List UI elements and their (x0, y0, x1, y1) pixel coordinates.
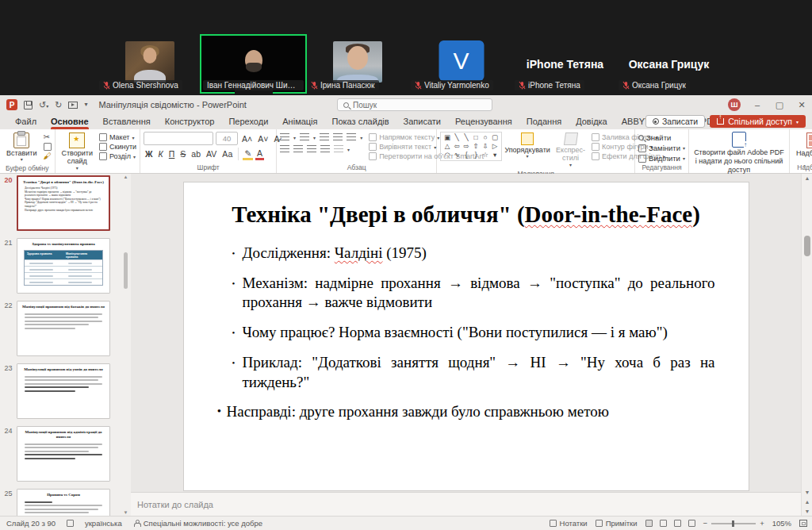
editor-scrollbar[interactable]: ▲ ▼ ▲ ▼ (801, 174, 812, 516)
shape-line-icon[interactable]: ╲ (452, 133, 462, 142)
scroll-up-icon[interactable]: ▲ (122, 175, 129, 179)
font-color-icon[interactable]: A (255, 148, 264, 160)
slide-thumbnail-24[interactable]: Маніпуляції провиною від адміністрації д… (17, 426, 110, 482)
shapes-more-icon[interactable]: ▾ (490, 151, 500, 159)
tab-view[interactable]: Подання (519, 115, 569, 129)
format-painter-icon[interactable]: 🖌 (44, 152, 52, 160)
record-button[interactable]: Записати (645, 115, 705, 128)
align-center-icon[interactable] (293, 145, 303, 153)
align-left-icon[interactable] (280, 145, 289, 153)
shape-brace-icon[interactable]: { (462, 151, 471, 159)
arrange-button[interactable]: Упорядкувати ▾ (505, 132, 550, 160)
shape-curve-icon[interactable]: ◠ (442, 151, 452, 159)
zoom-level[interactable]: 105% (772, 519, 791, 528)
slideshow-view-icon[interactable] (688, 520, 695, 527)
participant-tile-vitaliy[interactable]: V Vitaliy Yarmolenko (409, 36, 513, 92)
next-slide-icon[interactable]: ▼ (802, 509, 812, 514)
copy-icon[interactable] (44, 143, 52, 151)
reset-button[interactable]: Скинути (99, 143, 136, 151)
shape-star-icon[interactable]: ☆ (481, 151, 490, 159)
display-settings-icon[interactable] (67, 520, 74, 527)
tab-slideshow[interactable]: Показ слайдів (325, 115, 396, 129)
slide-thumbnail-25[interactable]: Провина vs Сором (17, 489, 110, 516)
undo-icon[interactable]: ↺▾ (39, 101, 48, 109)
participant-tile-ivan-active-speaker[interactable]: Іван Геннадійович Шишк... (201, 36, 305, 92)
scrollbar-thumb[interactable] (804, 236, 810, 256)
create-adobe-pdf-button[interactable]: Створити файл Adobe PDF і надати до ньог… (692, 132, 786, 174)
shape-oval-icon[interactable]: ○ (481, 133, 490, 142)
new-slide-button[interactable]: Створити слайд ▾ (59, 132, 97, 172)
scroll-down-icon[interactable]: ▼ (122, 510, 129, 515)
text-shadow-icon[interactable]: ab (190, 149, 202, 159)
thumbnail-scrollbar[interactable]: ▲ ▼ (122, 174, 129, 516)
fit-slide-to-window-icon[interactable] (799, 520, 807, 527)
save-icon[interactable] (24, 101, 33, 109)
shape-rarrow-icon[interactable]: ⇨ (462, 142, 471, 151)
font-size-combobox[interactable]: 40 (216, 132, 238, 145)
accessibility-status[interactable]: Спеціальні можливості: усе добре (133, 519, 262, 528)
paste-button[interactable]: Вставити ▾ (3, 132, 40, 163)
powerpoint-logo-icon[interactable]: P (6, 99, 17, 110)
account-avatar[interactable]: Ш (728, 98, 741, 111)
close-button[interactable]: ✕ (796, 100, 807, 110)
comments-toggle[interactable]: Примітки (596, 519, 638, 528)
participant-tile-oksana[interactable]: Оксана Грицук Оксана Грицук (617, 36, 721, 92)
select-button[interactable]: Виділити▾ (638, 154, 685, 163)
replace-button[interactable]: Замінити▾ (638, 144, 685, 152)
tab-home[interactable]: Основне (44, 115, 96, 129)
bullets-icon[interactable] (280, 133, 289, 141)
shape-arrow-icon[interactable]: ╲ (462, 133, 471, 142)
reading-view-icon[interactable] (674, 520, 681, 527)
shape-downarrow-icon[interactable]: ⇩ (481, 142, 490, 151)
collapse-ribbon-icon[interactable]: ⌃ (802, 164, 807, 171)
participant-tile-iryna[interactable]: Ірина Панасюк (305, 36, 409, 92)
participant-tile-iphone-tetyana[interactable]: iPhone Тетяна iPhone Тетяна (513, 36, 617, 92)
decrease-font-icon[interactable]: A˅ (256, 134, 270, 144)
customize-qat-icon[interactable]: ▾ (84, 102, 87, 108)
character-spacing-icon[interactable]: AV (205, 149, 218, 159)
share-button[interactable]: Спільний доступ ▾ (710, 115, 806, 128)
strikethrough-button[interactable]: S (178, 149, 187, 159)
tab-record[interactable]: Записати (396, 115, 448, 129)
section-button[interactable]: Розділ▾ (99, 152, 136, 160)
shape-uparrow-icon[interactable]: ⇧ (471, 142, 481, 151)
start-slideshow-icon[interactable] (68, 102, 78, 109)
shape-rect-icon[interactable]: □ (471, 133, 481, 142)
quick-styles-button[interactable]: Експрес-стилі ▾ (553, 132, 588, 169)
slide-title[interactable]: Техніка "Двері в обличчя" (Door-in-the-F… (213, 200, 720, 229)
shape-triangle-icon[interactable]: △ (442, 142, 452, 151)
tab-insert[interactable]: Вставлення (96, 115, 158, 129)
shape-textbox-icon[interactable]: ▣ (442, 133, 452, 142)
redo-icon[interactable]: ↻ (55, 101, 62, 109)
language-indicator[interactable]: українська (85, 519, 122, 528)
justify-icon[interactable] (320, 145, 330, 153)
tab-help[interactable]: Довідка (569, 115, 615, 129)
scroll-down-icon[interactable]: ▼ (802, 490, 812, 495)
minimize-button[interactable]: – (752, 100, 763, 109)
find-button[interactable]: Знайти (638, 133, 685, 142)
slide-indicator[interactable]: Слайд 20 з 90 (6, 519, 56, 528)
highlight-color-icon[interactable]: ✎ (243, 148, 253, 160)
slide-thumbnail-20[interactable]: Техніка "Двері в обличчя" (Door-in-the-F… (17, 175, 110, 231)
tab-transitions[interactable]: Переходи (221, 115, 275, 129)
tab-file[interactable]: Файл (8, 115, 44, 129)
scrollbar-thumb[interactable] (124, 252, 128, 289)
increase-font-icon[interactable]: A˄ (240, 134, 254, 144)
slide[interactable]: Техніка "Двері в обличчя" (Door-in-the-F… (183, 182, 749, 491)
participant-tile-olena[interactable]: Olena Shershnova (98, 36, 201, 92)
numbering-icon[interactable] (300, 133, 309, 141)
shape-scribble-icon[interactable]: ∿ (452, 151, 462, 159)
increase-indent-icon[interactable] (333, 133, 343, 141)
addins-button[interactable]: Надбудови (793, 132, 812, 158)
font-name-combobox[interactable] (144, 132, 213, 145)
bold-button[interactable]: Ж (144, 149, 155, 159)
tab-review[interactable]: Рецензування (448, 115, 519, 129)
layout-button[interactable]: Макет▾ (99, 133, 136, 141)
maximize-button[interactable]: ▢ (774, 100, 785, 110)
zoom-slider-knob[interactable] (732, 520, 734, 527)
shapes-gallery[interactable]: ▣╲╲□○▢ △⇦⇨⇧⇩▷ ◠∿{}☆▾ (440, 132, 502, 161)
line-spacing-icon[interactable] (347, 133, 356, 141)
slide-thumbnail-21[interactable]: Здорова vs маніпулятивна провина Здорова… (17, 238, 110, 294)
columns-icon[interactable] (334, 145, 343, 153)
search-input[interactable]: Пошук (337, 98, 492, 111)
